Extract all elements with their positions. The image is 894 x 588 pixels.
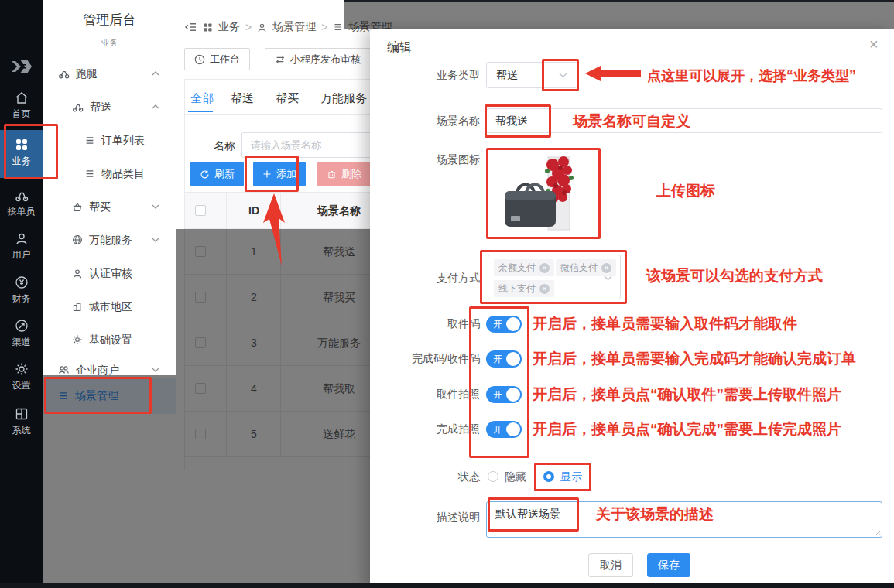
annotation-text-biz-type: 点这里可以展开，选择“业务类型” [647,67,856,85]
building-icon [72,302,83,312]
list-icon [84,135,95,145]
rail-item-users[interactable]: 用户 [0,232,43,262]
apps-grid-icon [203,22,213,32]
sidebar-item-bangmai[interactable]: 帮买 [43,191,176,222]
system-icon [15,407,29,421]
annotation-text-payment: 该场景可以勾选的支付方式 [646,266,823,286]
chevron-down-icon [152,204,159,209]
annotation-box-status-visible [534,463,591,491]
rail-item-settings[interactable]: 设置 [0,362,43,392]
rail-item-finance[interactable]: 财务 [0,275,43,306]
globe-icon [72,234,83,245]
sidebar-item-bangsong[interactable]: 帮送 [43,91,176,122]
annotation-box-scene-name [485,104,551,138]
annotation-box-add-button [245,156,299,192]
rail-item-channels[interactable]: 渠道 [0,319,43,349]
sidebar-section-divider: 业务 [43,37,176,49]
rail-item-label: 接单员 [0,205,43,218]
modal-title: 编辑 [387,39,412,56]
tab-bangsong[interactable]: 帮送 [231,91,254,106]
cancel-button[interactable]: 取消 [588,553,633,577]
tab-universal-service[interactable]: 万能服务 [320,91,367,106]
window-top-edge [344,0,894,2]
radio-hidden[interactable] [488,471,498,482]
annotation-arrow-biz-type [585,65,641,82]
rail-item-home[interactable]: 首页 [0,91,43,121]
rail-item-label: 首页 [0,108,43,121]
mask-top-strip [344,0,894,29]
tab-bangmai[interactable]: 帮买 [276,91,299,106]
breadcrumb-separator: > [321,21,327,33]
sidebar-item-city-region[interactable]: 城市地区 [43,291,176,322]
name-filter-label: 名称 [214,139,235,153]
breadcrumb-item-business[interactable]: 业务 [218,20,240,34]
close-icon[interactable]: × [869,36,879,53]
chevron-up-icon [152,104,159,109]
tab-all[interactable]: 全部 [190,91,214,106]
radio-hidden-label[interactable]: 隐藏 [505,470,526,484]
sidebar-item-paotui[interactable]: 跑腿 [43,58,176,89]
clock-icon [194,54,205,65]
annotation-text-description: 关于该场景的描述 [596,504,714,525]
sidebar-item-auth-review[interactable]: 认证审核 [43,258,176,289]
breadcrumb-item-scene-mgmt[interactable]: 场景管理 [272,20,316,34]
pickup-code-label: 取件码 [387,317,480,331]
list-icon [84,169,95,179]
sidebar-item-universal-service[interactable]: 万能服务 [43,224,176,255]
complete-photo-label: 完成拍照 [387,422,480,436]
rail-item-system[interactable]: 系统 [0,407,43,437]
tab-miniapp-audit[interactable]: 小程序发布审核 [265,48,371,70]
description-label: 描述说明 [387,511,480,525]
sidebar-item-item-categories[interactable]: 物品类目 [43,158,176,189]
refresh-icon [200,169,210,179]
mask-content-bottom [176,229,370,588]
rail-item-couriers[interactable]: 接单员 [0,189,43,218]
annotation-box-description [488,497,579,532]
annotation-text-complete-code: 开启后，接单员需要输入完成码才能确认完成订单 [533,349,856,369]
app-logo-icon [9,57,34,76]
refresh-button[interactable]: 刷新 [190,162,244,186]
app-window: 首页 订单 业务 接单员 用户 财务 渠道 设置 [0,0,894,588]
rail-item-label: 财务 [0,292,43,306]
basket-icon [72,202,83,212]
tab-workbench[interactable]: 工作台 [184,48,250,70]
select-all-checkbox[interactable] [195,205,206,216]
swap-arrows-icon [275,54,286,65]
window-bottom-edge [0,583,894,588]
scene-name-label: 场景名称 [387,115,480,128]
resize-handle-icon[interactable] [875,530,881,536]
annotation-text-scene-name: 场景名称可自定义 [573,111,690,132]
annotation-arrow-add [260,193,288,268]
breadcrumb-separator: > [245,21,252,33]
scooter-icon [72,101,84,112]
finance-icon [15,275,29,289]
complete-code-label: 完成码/收件码 [387,352,480,366]
sidebar-title: 管理后台 [43,11,176,29]
biz-type-label: 业务类型 [387,69,480,83]
annotation-text-complete-photo: 开启后，接单员点“确认完成”需要上传完成照片 [533,419,841,439]
rail-item-label: 用户 [0,248,43,262]
annotation-box-toggles [469,306,529,458]
home-icon [15,91,29,104]
annotation-box-scene-management [44,377,152,414]
status-label: 状态 [387,470,480,484]
icon-rail: 首页 订单 业务 接单员 用户 财务 渠道 设置 [0,0,43,588]
collapse-menu-icon[interactable] [184,22,197,32]
payment-label: 支付方式 [387,272,480,285]
rail-item-label: 渠道 [0,336,43,349]
pickup-photo-label: 取件拍照 [387,388,480,402]
delete-button[interactable]: 删除 [317,162,371,186]
person-icon [257,22,267,32]
chevron-down-icon [152,238,159,242]
annotation-text-upload-icon: 上传图标 [656,181,715,201]
pagination-dashed-divider [176,576,370,576]
scene-icon-label: 场景图标 [387,153,480,167]
edit-modal: 编辑 × 业务类型 帮送 点这里可以展开，选择“业务类型” 场景名称 帮我送 场… [370,29,894,588]
annotation-box-business-rail [4,124,58,179]
scooter-icon [58,68,70,79]
annotation-box-payment [480,250,627,304]
sidebar-item-basic-settings[interactable]: 基础设置 [43,324,176,355]
sidebar-item-order-list[interactable]: 订单列表 [43,125,176,156]
save-button[interactable]: 保存 [647,553,690,577]
channel-icon [15,319,29,333]
